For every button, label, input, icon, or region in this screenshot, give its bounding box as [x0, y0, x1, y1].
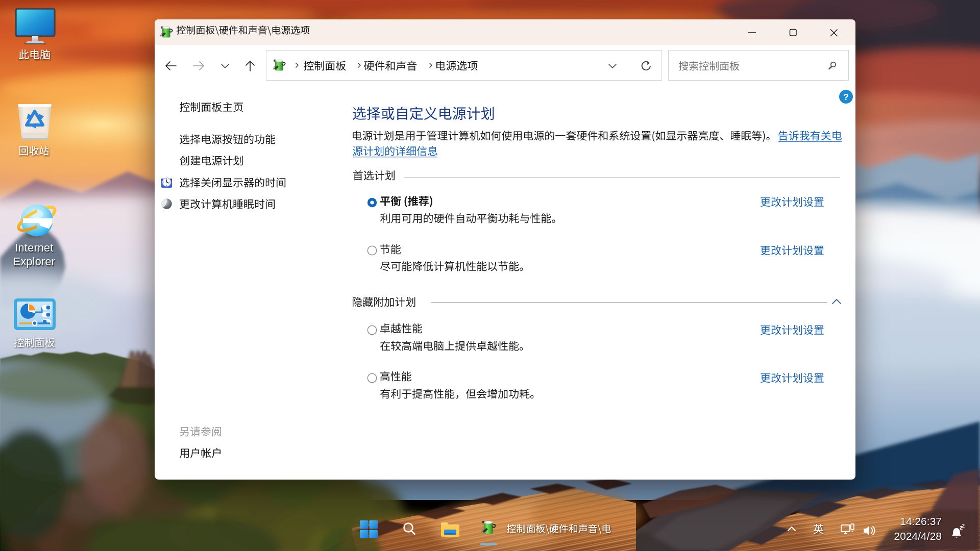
svg-text:Z: Z [962, 523, 965, 529]
svg-text:?: ? [843, 92, 848, 102]
